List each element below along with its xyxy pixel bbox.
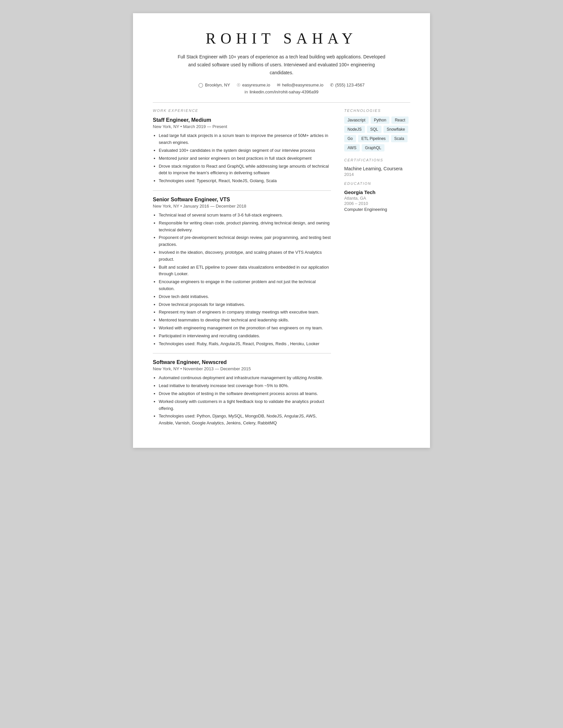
header: ROHIT SAHAY Full Stack Engineer with 10+… [153, 30, 410, 94]
email-item: ✉ hello@easyresume.io [277, 83, 323, 87]
certifications-label: CERTIFICATIONS [344, 158, 410, 162]
job-1-bullet-2: Evaluated 100+ candidates in the system … [159, 147, 331, 154]
summary: Full Stack Engineer with 10+ years of ex… [176, 53, 387, 77]
tech-8: Scala [391, 135, 408, 142]
job-3-bullet-5: Technologies used: Python, Django, MySQL… [159, 413, 331, 427]
job-3-bullet-4: Worked closely with customers in a tight… [159, 398, 331, 412]
linkedin-row: in linkedin.com/in/rohit-sahay-4396a99 [153, 89, 410, 94]
job-2-bullet-11: Worked with engineering management on th… [159, 325, 331, 332]
tech-4: SQL [367, 126, 381, 133]
job-3: Software Engineer, Newscred New York, NY… [153, 359, 331, 427]
job-2-bullet-7: Drove tech debt initiatives. [159, 293, 331, 300]
side-column: TECHNOLOGIES Javascript Python React Nod… [344, 109, 410, 428]
tech-0: Javascript [344, 116, 369, 124]
phone-icon: ✆ [330, 83, 334, 87]
email-text: hello@easyresume.io [282, 83, 323, 87]
job-2-bullet-6: Encourage engineers to engage in the cus… [159, 279, 331, 292]
cert-0-name: Machine Learning, Coursera [344, 166, 410, 171]
job-3-title: Software Engineer, Newscred [153, 359, 331, 365]
job-3-bullet-2: Lead initiative to iteratively increase … [159, 382, 331, 389]
job-2-bullet-2: Responsible for writing clean code, prod… [159, 220, 331, 234]
job-2-bullets: Technical lead of several scrum teams of… [159, 212, 331, 347]
tech-7: ETL Pipelines [358, 135, 389, 142]
job-2-bullet-5: Built and scaled an ETL pipeline to powe… [159, 264, 331, 278]
edu-0-location: Atlanta, GA [344, 196, 410, 201]
tech-9: AWS [344, 144, 360, 151]
tech-2: React [391, 116, 408, 124]
linkedin-text: linkedin.com/in/rohit-sahay-4396a99 [249, 89, 318, 94]
tech-tags: Javascript Python React NodeJS SQL Snowf… [344, 116, 410, 151]
job-1: Staff Engineer, Medium New York, NY • Ma… [153, 117, 331, 184]
certifications-section: CERTIFICATIONS Machine Learning, Courser… [344, 158, 410, 177]
job-3-bullet-3: Drove the adoption of testing in the sof… [159, 390, 331, 397]
job-1-location: New York, NY [153, 124, 179, 129]
education-section: EDUCATION Georgia Tech Atlanta, GA 2006 … [344, 182, 410, 212]
job-3-meta: New York, NY • November 2013 — December … [153, 366, 331, 371]
job-2-bullet-3: Proponent of pre-development technical d… [159, 234, 331, 248]
job-1-meta: New York, NY • March 2019 — Present [153, 124, 331, 129]
job-2-bullet-4: Involved in the ideation, discovery, pro… [159, 249, 331, 263]
job-1-bullets: Lead large full stack projects in a scru… [159, 132, 331, 184]
job-3-sep: • [181, 366, 183, 371]
job-3-dates: November 2013 — December 2015 [183, 366, 251, 371]
job-divider-1 [153, 190, 331, 191]
work-experience-label: WORK EXPERIENCE [153, 109, 331, 113]
linkedin-item: in linkedin.com/in/rohit-sahay-4396a99 [245, 89, 318, 94]
education-label: EDUCATION [344, 182, 410, 185]
body-layout: WORK EXPERIENCE Staff Engineer, Medium N… [153, 109, 410, 428]
job-3-bullet-1: Automated continuous deployment and infr… [159, 375, 331, 381]
job-1-sep: • [181, 124, 183, 129]
job-1-bullet-1: Lead large full stack projects in a scru… [159, 132, 331, 146]
job-1-bullet-3: Mentored junior and senior engineers on … [159, 155, 331, 162]
header-divider [153, 102, 410, 103]
tech-3: NodeJS [344, 126, 365, 133]
job-2-location: New York, NY [153, 204, 179, 209]
job-3-bullets: Automated continuous deployment and infr… [159, 375, 331, 427]
main-column: WORK EXPERIENCE Staff Engineer, Medium N… [153, 109, 331, 428]
edu-0-school: Georgia Tech [344, 189, 410, 195]
edu-0-years: 2006 – 2010 [344, 201, 410, 206]
job-1-bullet-5: Technologies used: Typescript, React, No… [159, 178, 331, 184]
job-2-bullet-10: Mentored teammates to develop their tech… [159, 317, 331, 324]
technologies-label: TECHNOLOGIES [344, 109, 410, 113]
website-item: ☉ easyresume.io [237, 83, 270, 87]
job-2-dates: January 2016 — December 2018 [183, 204, 247, 209]
job-2-meta: New York, NY • January 2016 — December 2… [153, 204, 331, 209]
location-text: Brooklyn, NY [205, 83, 230, 87]
job-2-bullet-8: Drove technical proposals for large init… [159, 301, 331, 308]
job-2: Senior Software Engineer, VTS New York, … [153, 197, 331, 347]
phone-text: (555) 123-4567 [335, 83, 365, 87]
website-text: easyresume.io [242, 83, 270, 87]
phone-item: ✆ (555) 123-4567 [330, 83, 365, 87]
cert-0-year: 2014 [344, 172, 410, 177]
job-3-location: New York, NY [153, 366, 179, 371]
edu-0-field: Computer Engineering [344, 207, 410, 212]
job-2-bullet-12: Participated in interviewing and recruit… [159, 333, 331, 340]
contact-row: ◯ Brooklyn, NY ☉ easyresume.io ✉ hello@e… [153, 83, 410, 87]
job-2-bullet-13: Technologies used: Ruby, Rails, AngularJ… [159, 341, 331, 347]
job-2-bullet-9: Represent my team of engineers in compan… [159, 309, 331, 316]
job-1-bullet-4: Drove stack migration to React and Graph… [159, 163, 331, 177]
tech-6: Go [344, 135, 356, 142]
job-2-sep: • [181, 204, 183, 209]
tech-5: Snowflake [383, 126, 408, 133]
tech-1: Python [371, 116, 389, 124]
job-2-title: Senior Software Engineer, VTS [153, 197, 331, 203]
linkedin-icon: in [245, 89, 248, 94]
job-1-dates: March 2019 — Present [183, 124, 227, 129]
location-item: ◯ Brooklyn, NY [198, 83, 230, 87]
job-divider-2 [153, 353, 331, 353]
email-icon: ✉ [277, 83, 281, 87]
resume-page: ROHIT SAHAY Full Stack Engineer with 10+… [133, 13, 430, 448]
globe-icon: ☉ [237, 83, 241, 87]
job-2-bullet-1: Technical lead of several scrum teams of… [159, 212, 331, 219]
candidate-name: ROHIT SAHAY [153, 30, 410, 47]
job-1-title: Staff Engineer, Medium [153, 117, 331, 123]
tech-10: GraphQL [362, 144, 384, 151]
location-icon: ◯ [198, 83, 203, 87]
